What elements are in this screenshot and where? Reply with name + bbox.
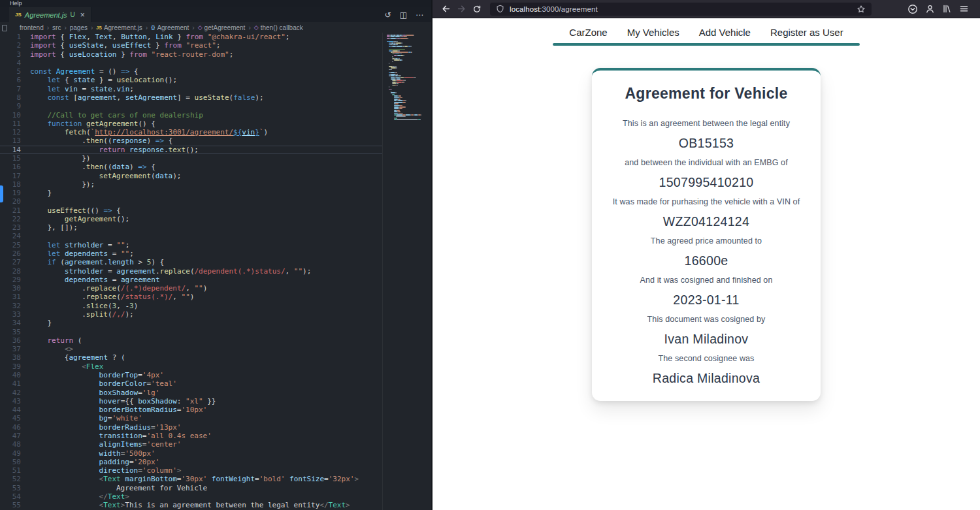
code-line[interactable]: 28strholder = agreement.replace(/depende…	[0, 267, 382, 276]
close-tab-icon[interactable]: ×	[80, 10, 85, 20]
url-bar[interactable]: localhost:3000/agreement	[490, 3, 872, 16]
breadcrumb-item-getagreement[interactable]: ◇getAgreement	[198, 24, 246, 31]
code-line[interactable]: 1import { Flex, Text, Button, Link } fro…	[0, 33, 382, 41]
editor-tab-agreement[interactable]: JS Agreement.js U ×	[9, 7, 91, 22]
code-line[interactable]: 14return response.text();	[0, 146, 382, 154]
code-line[interactable]: 55<Text>This is an agreement between the…	[0, 501, 382, 509]
menu-item-help[interactable]: Help	[10, 0, 22, 7]
reload-icon[interactable]	[469, 1, 485, 17]
code-lines[interactable]: 1import { Flex, Text, Button, Link } fro…	[0, 33, 382, 510]
code-line[interactable]: 20	[0, 197, 382, 206]
code-line[interactable]: 8const [agreement, setAgreement] = useSt…	[0, 93, 382, 102]
breadcrumb-item-agreement-js[interactable]: JSAgreement.js	[96, 24, 142, 31]
code-line[interactable]: 13.then((response) => {	[0, 136, 382, 145]
code-line[interactable]: 51direction='column'>	[0, 466, 382, 475]
code-line[interactable]: 2import { useState, useEffect } from "re…	[0, 41, 382, 50]
code-line[interactable]: 5const Agreement = () => {	[0, 67, 382, 76]
nav-link-carzone[interactable]: CarZone	[569, 27, 607, 39]
code-line[interactable]: 9	[0, 102, 382, 110]
code-line[interactable]: 39<Flex	[0, 362, 382, 371]
back-icon[interactable]	[438, 1, 453, 17]
code-line[interactable]: 41borderColor='teal'	[0, 379, 382, 388]
code-line[interactable]: 30.replace(/(.*)dependent/, "")	[0, 284, 382, 293]
code-line[interactable]: 26let dependents = "";	[0, 249, 382, 258]
line-number: 31	[0, 293, 30, 301]
code-line[interactable]: 29dependents = agreement	[0, 276, 382, 284]
code-line[interactable]: 48alignItems='center'	[0, 440, 382, 449]
code-line[interactable]: 35	[0, 328, 382, 336]
nav-link-register-as-user[interactable]: Register as User	[770, 27, 843, 39]
code-line[interactable]: 38{agreement ? (	[0, 353, 382, 362]
menu-icon[interactable]	[958, 3, 970, 15]
code-line[interactable]: 33.split(/,/);	[0, 310, 382, 319]
more-actions-icon[interactable]: ⋯	[416, 11, 423, 19]
agreement-label: and between the individual with an EMBG …	[604, 153, 809, 172]
code-line[interactable]: 11function getAgreement() {	[0, 120, 382, 128]
library-icon[interactable]	[941, 3, 953, 15]
code-line[interactable]: 3import { useLocation } from "react-rout…	[0, 50, 382, 59]
code-line[interactable]: 44borderBottomRadius='10px'	[0, 406, 382, 414]
breadcrumb-item-pages[interactable]: pages	[70, 24, 88, 31]
nav-link-my-vehicles[interactable]: My Vehicles	[627, 27, 679, 39]
code-line[interactable]: 16.then((data) => {	[0, 163, 382, 171]
line-number: 47	[0, 432, 30, 440]
code-line[interactable]: 40borderTop='4px'	[0, 371, 382, 379]
forward-icon[interactable]	[453, 1, 469, 17]
code-line[interactable]: 18});	[0, 180, 382, 189]
card-title: Agreement for Vehicle	[604, 84, 809, 103]
code-line[interactable]: 37<>	[0, 345, 382, 353]
git-status-badge: U	[71, 11, 75, 18]
code-line[interactable]: 42boxShadow='lg'	[0, 389, 382, 397]
line-number: 32	[0, 302, 30, 310]
tracking-shield-icon[interactable]	[496, 5, 504, 13]
code-line[interactable]: 24	[0, 232, 382, 240]
code-line[interactable]: 47transition='all 0.4s ease'	[0, 432, 382, 440]
code-line[interactable]: 32.slice(3, -3)	[0, 302, 382, 310]
symbol-method-icon: ◇	[254, 25, 259, 31]
webpage: CarZoneMy VehiclesAdd VehicleRegister as…	[433, 18, 980, 510]
code-line[interactable]: 6let { state } = useLocation();	[0, 76, 382, 84]
code-line[interactable]: 31.replace(/status(.*)/, "")	[0, 293, 382, 301]
code-line[interactable]: 27if (agreement.length > 5) {	[0, 258, 382, 266]
line-number: 53	[0, 484, 30, 492]
code-line[interactable]: 7let vin = state.vin;	[0, 85, 382, 93]
split-editor-icon[interactable]: ◫	[400, 11, 407, 19]
code-line[interactable]: 45bg='white'	[0, 414, 382, 422]
code-line[interactable]: 53Agreement for Vehicle	[0, 484, 382, 492]
code-line[interactable]: 19}	[0, 189, 382, 197]
code-line[interactable]: 22getAgreement();	[0, 215, 382, 223]
code-line[interactable]: 36return (	[0, 336, 382, 345]
code-line[interactable]: 21useEffect(() => {	[0, 206, 382, 215]
code-line[interactable]: 23}, []);	[0, 223, 382, 232]
pocket-icon[interactable]	[907, 3, 919, 15]
breadcrumb-item-src[interactable]: src	[52, 24, 61, 31]
code-line[interactable]: 4	[0, 59, 382, 67]
code-line[interactable]: 15})	[0, 154, 382, 163]
code-line[interactable]: 25let strholder = "";	[0, 241, 382, 249]
nav-link-add-vehicle[interactable]: Add Vehicle	[699, 27, 751, 39]
js-file-icon: JS	[15, 12, 22, 18]
code-line[interactable]: 12fetch(`http://localhost:3001/agreement…	[0, 128, 382, 136]
agreement-card: Agreement for Vehicle This is an agreeme…	[592, 68, 821, 401]
code-line[interactable]: 10//Call to get cars of one dealership	[0, 111, 382, 120]
breadcrumb-item-agreement[interactable]: {}Agreement	[151, 24, 189, 31]
minimap[interactable]	[382, 33, 431, 510]
line-number: 24	[0, 232, 30, 240]
breadcrumb-separator: ›	[91, 24, 93, 31]
breadcrumb-item-frontend[interactable]: frontend	[20, 24, 44, 31]
code-line[interactable]: 54</Text>	[0, 492, 382, 501]
code-line[interactable]: 50padding='20px'	[0, 458, 382, 466]
breadcrumb-separator: ›	[248, 24, 250, 31]
agreement-label: And it was cosigned and finished on	[604, 270, 809, 290]
code-line[interactable]: 52<Text marginBottom='30px' fontWeight='…	[0, 475, 382, 483]
agreement-value: OB15153	[604, 133, 809, 153]
code-line[interactable]: 46borderRadius='13px'	[0, 423, 382, 432]
compare-changes-icon[interactable]: ↺	[385, 11, 391, 19]
bookmark-star-icon[interactable]	[857, 5, 866, 14]
code-line[interactable]: 17setAgreement(data);	[0, 172, 382, 180]
code-line[interactable]: 43hover={{ boxShadow: "xl" }}	[0, 397, 382, 406]
code-line[interactable]: 34}	[0, 319, 382, 327]
code-line[interactable]: 49width='500px'	[0, 449, 382, 458]
account-icon[interactable]	[924, 3, 936, 15]
breadcrumb-item-then-callback[interactable]: ◇then() callback	[254, 24, 303, 31]
